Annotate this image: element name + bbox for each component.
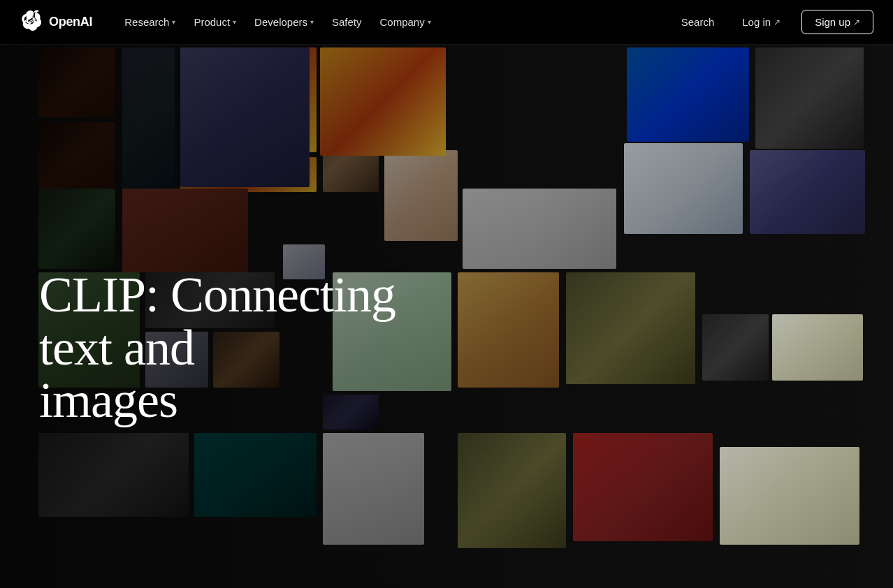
hero-section: CLIP: Connecting text and images xyxy=(0,0,893,588)
external-link-icon: ↗ xyxy=(774,17,781,27)
nav-item-company[interactable]: Company ▾ xyxy=(373,10,438,34)
nav-links: Research ▾ Product ▾ Developers ▾ Safety xyxy=(117,10,438,34)
search-button[interactable]: Search xyxy=(674,10,722,34)
nav-right: Search Log in ↗ Sign up ↗ xyxy=(674,10,873,34)
hero-text: CLIP: Connecting text and images xyxy=(39,269,402,427)
logo-text: OpenAI xyxy=(49,15,92,29)
openai-logo-icon xyxy=(20,10,42,35)
logo-link[interactable]: OpenAI xyxy=(20,10,92,35)
chevron-down-icon: ▾ xyxy=(310,18,314,26)
external-link-icon: ↗ xyxy=(853,17,860,27)
hero-title: CLIP: Connecting text and images xyxy=(39,269,402,427)
nav-item-product[interactable]: Product ▾ xyxy=(187,10,243,34)
login-button[interactable]: Log in ↗ xyxy=(735,10,787,34)
chevron-down-icon: ▾ xyxy=(233,18,236,26)
chevron-down-icon: ▾ xyxy=(428,18,431,26)
signup-button[interactable]: Sign up ↗ xyxy=(801,10,873,34)
nav-item-safety[interactable]: Safety xyxy=(325,10,369,34)
nav-item-research[interactable]: Research ▾ xyxy=(117,10,182,34)
nav-item-developers[interactable]: Developers ▾ xyxy=(247,10,321,34)
nav-left: OpenAI Research ▾ Product ▾ Developers ▾ xyxy=(20,10,438,35)
chevron-down-icon: ▾ xyxy=(172,18,175,26)
main-nav: OpenAI Research ▾ Product ▾ Developers ▾ xyxy=(0,0,893,45)
